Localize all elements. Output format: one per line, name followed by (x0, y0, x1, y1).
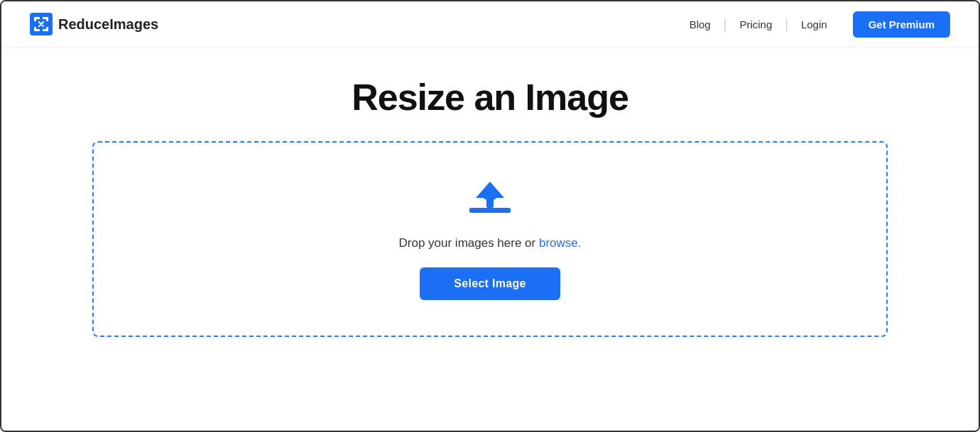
blog-nav-link[interactable]: Blog (677, 18, 724, 31)
browser-frame: ReduceImages Blog | Pricing | Login Get … (0, 0, 980, 432)
drop-zone[interactable]: Drop your images here or browse. Select … (92, 141, 888, 337)
page-title: Resize an Image (352, 76, 628, 118)
pricing-nav-link[interactable]: Pricing (726, 18, 785, 31)
drop-text: Drop your images here or browse. (398, 236, 581, 250)
header: ReduceImages Blog | Pricing | Login Get … (1, 1, 979, 48)
login-nav-link[interactable]: Login (788, 18, 840, 31)
browse-link[interactable]: browse. (539, 236, 582, 250)
svg-rect-1 (469, 208, 511, 213)
logo-icon (30, 13, 53, 35)
logo-area[interactable]: ReduceImages (30, 13, 158, 35)
select-image-button[interactable]: Select Image (420, 267, 560, 300)
get-premium-button[interactable]: Get Premium (853, 11, 950, 38)
main-content: Resize an Image Drop your images here or… (1, 48, 979, 431)
upload-icon (466, 178, 514, 223)
upload-svg (466, 178, 514, 221)
logo-text: ReduceImages (58, 16, 158, 33)
nav: Blog | Pricing | Login Get Premium (677, 11, 950, 38)
